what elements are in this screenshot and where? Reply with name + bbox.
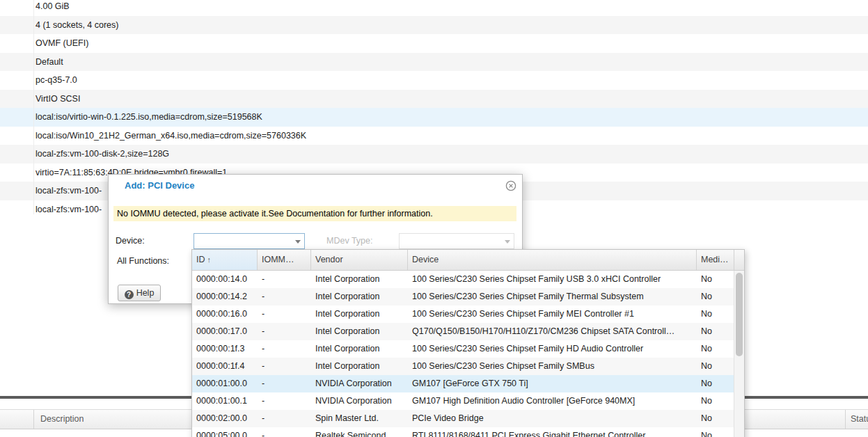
pci-iommu-cell: - [258, 305, 311, 323]
pci-device-list: 0000:00:14.0 - Intel Corporation 100 Ser… [192, 271, 744, 437]
pci-device-name-cell: GM107 High Definition Audio Controller [… [408, 392, 697, 410]
hardware-row[interactable]: 4.00 GiB [0, 0, 868, 16]
picker-scrollbar-thumb[interactable] [736, 273, 743, 356]
pci-mdev-cell: No [697, 375, 734, 392]
pci-vendor-cell: Intel Corporation [311, 358, 408, 375]
chevron-down-icon [295, 240, 301, 244]
sort-asc-icon: ↑ [207, 255, 212, 264]
close-icon[interactable] [505, 180, 516, 191]
hardware-row[interactable]: 4 (1 sockets, 4 cores) [0, 16, 868, 35]
pci-vendor-cell: NVIDIA Corporation [311, 392, 408, 410]
column-header-id[interactable]: ID↑ [192, 250, 258, 270]
pci-device-row[interactable]: 0000:00:14.0 - Intel Corporation 100 Ser… [192, 271, 744, 288]
hardware-row-value: 4 (1 sockets, 4 cores) [35, 20, 119, 30]
hardware-row-value: local-zfs:vm-100- [35, 186, 102, 196]
pci-id-cell: 0000:00:1f.4 [192, 358, 258, 375]
pci-mdev-cell: No [697, 305, 734, 323]
pci-vendor-cell: Intel Corporation [311, 288, 408, 305]
pci-device-row[interactable]: 0000:01:00.1 - NVIDIA Corporation GM107 … [192, 392, 744, 410]
pci-mdev-cell: No [697, 271, 734, 288]
pci-device-row[interactable]: 0000:05:00.0 - Realtek Semicond… RTL8111… [192, 427, 744, 437]
hardware-row[interactable]: Default [0, 53, 868, 72]
pci-mdev-cell: No [697, 340, 734, 358]
pci-iommu-cell: - [258, 358, 311, 375]
pci-device-row[interactable]: 0000:00:14.2 - Intel Corporation 100 Ser… [192, 288, 744, 305]
pci-device-row[interactable]: 0000:00:16.0 - Intel Corporation 100 Ser… [192, 305, 744, 323]
device-combobox[interactable] [194, 233, 305, 249]
pci-mdev-cell: No [697, 288, 734, 305]
hardware-row[interactable]: local:iso/virtio-win-0.1.225.iso,media=c… [0, 108, 868, 127]
pci-mdev-cell: No [697, 358, 734, 375]
log-description-column-header[interactable]: Description [40, 410, 84, 429]
pci-device-name-cell: 100 Series/C230 Series Chipset Family SM… [408, 358, 697, 375]
iommu-warning-banner: No IOMMU detected, please activate it.Se… [113, 206, 516, 221]
pci-device-row[interactable]: 0000:00:1f.3 - Intel Corporation 100 Ser… [192, 340, 744, 358]
pci-id-cell: 0000:05:00.0 [192, 427, 258, 437]
pci-iommu-cell: - [258, 410, 311, 427]
pci-id-cell: 0000:01:00.0 [192, 375, 258, 392]
pci-device-row[interactable]: 0000:01:00.0 - NVIDIA Corporation GM107 … [192, 375, 744, 392]
column-header-device[interactable]: Device [408, 250, 697, 270]
pci-id-cell: 0000:00:16.0 [192, 305, 258, 323]
pci-device-name-cell: 100 Series/C230 Series Chipset Family US… [408, 271, 697, 288]
pci-device-name-cell: 100 Series/C230 Series Chipset Family ME… [408, 305, 697, 323]
table-column-divider [33, 0, 34, 214]
proxmox-screen: 4.00 GiB 4 (1 sockets, 4 cores) OVMF (UE… [0, 0, 868, 437]
pci-device-name-cell: 100 Series/C230 Series Chipset Family HD… [408, 340, 697, 358]
mdev-type-field-label: MDev Type: [326, 233, 372, 249]
pci-vendor-cell: Intel Corporation [311, 305, 408, 323]
pci-device-name-cell: GM107 [GeForce GTX 750 Ti] [408, 375, 697, 392]
pci-id-cell: 0000:00:1f.3 [192, 340, 258, 358]
pci-mdev-cell: No [697, 323, 734, 340]
column-header-iommu-group[interactable]: IOMM… [258, 250, 311, 270]
hardware-row-value: local-zfs:vm-100-disk-2,size=128G [35, 149, 169, 159]
pci-id-cell: 0000:02:00.0 [192, 410, 258, 427]
help-button[interactable]: ?Help [118, 285, 161, 301]
pci-device-name-cell: Q170/Q150/B150/H170/H110/Z170/CM236 Chip… [408, 323, 697, 340]
column-header-vendor[interactable]: Vendor [311, 250, 408, 270]
pci-iommu-cell: - [258, 288, 311, 305]
pci-iommu-cell: - [258, 392, 311, 410]
log-status-column-header[interactable]: Status [851, 410, 868, 429]
hardware-row[interactable]: local-zfs:vm-100-disk-2,size=128G [0, 145, 868, 164]
pci-mdev-cell: No [697, 410, 734, 427]
pci-vendor-cell: Intel Corporation [311, 271, 408, 288]
pci-id-cell: 0000:00:17.0 [192, 323, 258, 340]
pci-device-picker: ID↑ IOMM… Vendor Device Medi… 0000:00:14… [191, 249, 745, 437]
pci-vendor-cell: Intel Corporation [311, 323, 408, 340]
pci-iommu-cell: - [258, 271, 311, 288]
pci-device-row[interactable]: 0000:02:00.0 - Spin Master Ltd. PCIe Vid… [192, 410, 744, 427]
hardware-row[interactable]: VirtIO SCSI [0, 90, 868, 109]
hardware-row-value: local:iso/Win10_21H2_German_x64.iso,medi… [35, 131, 306, 141]
hardware-row[interactable]: OVMF (UEFI) [0, 34, 868, 53]
picker-header-row: ID↑ IOMM… Vendor Device Medi… [192, 250, 744, 271]
hardware-row[interactable]: pc-q35-7.0 [0, 71, 868, 90]
hardware-row-value: 4.00 GiB [35, 1, 70, 11]
pci-iommu-cell: - [258, 323, 311, 340]
hardware-row-value: VirtIO SCSI [35, 94, 80, 104]
chevron-down-icon [505, 240, 510, 244]
log-column-divider-left [33, 410, 34, 429]
log-column-divider-right [845, 410, 846, 429]
device-field-label: Device: [116, 233, 145, 249]
hardware-row-value: OVMF (UEFI) [35, 38, 88, 48]
pci-iommu-cell: - [258, 427, 311, 437]
pci-device-name-cell: RTL8111/8168/8411 PCI Express Gigabit Et… [408, 427, 697, 437]
hardware-row-value: local:iso/virtio-win-0.1.225.iso,media=c… [35, 112, 262, 122]
pci-vendor-cell: Spin Master Ltd. [311, 410, 408, 427]
pci-vendor-cell: Realtek Semicond… [311, 427, 408, 437]
pci-id-cell: 0000:00:14.2 [192, 288, 258, 305]
help-button-label: Help [136, 288, 155, 298]
column-header-mediated-devices[interactable]: Medi… [697, 250, 734, 270]
pci-device-row[interactable]: 0000:00:1f.4 - Intel Corporation 100 Ser… [192, 358, 744, 375]
pci-vendor-cell: Intel Corporation [311, 340, 408, 358]
all-functions-field-label: All Functions: [117, 253, 169, 269]
pci-mdev-cell: No [697, 427, 734, 437]
hardware-row[interactable]: local:iso/Win10_21H2_German_x64.iso,medi… [0, 127, 868, 145]
pci-device-row[interactable]: 0000:00:17.0 - Intel Corporation Q170/Q1… [192, 323, 744, 340]
help-icon: ? [125, 290, 134, 299]
hardware-row-value: Default [35, 57, 63, 67]
picker-scrollbar-track[interactable] [734, 271, 744, 437]
pci-device-name-cell: PCIe Video Bridge [408, 410, 697, 427]
hardware-row-value: local-zfs:vm-100- [35, 205, 102, 214]
